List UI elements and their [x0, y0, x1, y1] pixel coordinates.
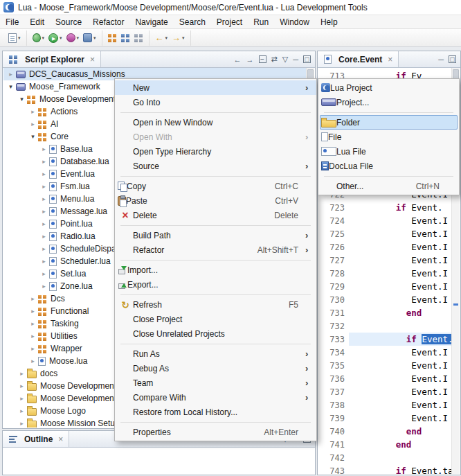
close-icon[interactable]: ×	[58, 434, 63, 444]
code-line-741[interactable]: 741 end	[318, 438, 451, 451]
context-menu-item-source[interactable]: Source›	[115, 159, 316, 173]
expanded-arrow-icon[interactable]: ▾	[17, 96, 26, 103]
code-line-731[interactable]: 731 end	[318, 306, 451, 319]
collapsed-arrow-icon[interactable]: ▸	[17, 407, 26, 414]
external-tools-button[interactable]: ▾	[64, 33, 82, 42]
code-line-742[interactable]: 742	[318, 451, 451, 464]
context-menu-item-copy[interactable]: CopyCtrl+C	[115, 179, 316, 193]
menu-window[interactable]: Window	[274, 16, 315, 28]
collapsed-arrow-icon[interactable]: ▸	[17, 370, 26, 377]
new-lua-file-button[interactable]	[119, 33, 132, 42]
context-menu-item-compare-with[interactable]: Compare With›	[115, 390, 316, 405]
context-menu-item-import[interactable]: Import...	[115, 263, 316, 277]
dropdown-caret-icon[interactable]: ▾	[93, 35, 96, 41]
code-line-734[interactable]: 734 Event.I	[318, 346, 451, 359]
collapsed-arrow-icon[interactable]: ▸	[39, 195, 48, 202]
context-menu-item-go-into[interactable]: Go Into	[115, 95, 316, 109]
menu-navigate[interactable]: Navigate	[129, 16, 173, 28]
code-line-726[interactable]: 726 Event.I	[318, 240, 451, 254]
collapsed-arrow-icon[interactable]: ▸	[28, 333, 37, 340]
code-line-732[interactable]: 732	[318, 319, 451, 333]
menu-search[interactable]: Search	[174, 16, 211, 28]
submenu-item-file[interactable]: File	[320, 130, 458, 144]
context-menu-item-debug-as[interactable]: Debug As›	[115, 361, 316, 376]
collapsed-arrow-icon[interactable]: ▸	[39, 183, 48, 190]
context-menu-item-delete[interactable]: DeleteDelete	[115, 208, 316, 222]
code-line-743[interactable]: 743 if Event.ta	[318, 464, 451, 474]
code-line-737[interactable]: 737 Event.I	[318, 385, 451, 398]
expanded-arrow-icon[interactable]: ▾	[28, 133, 37, 140]
collapsed-arrow-icon[interactable]: ▸	[39, 270, 48, 277]
code-line-738[interactable]: 738 Event.I	[318, 398, 451, 412]
context-menu-item-paste[interactable]: PasteCtrl+V	[115, 193, 316, 208]
collapsed-arrow-icon[interactable]: ▸	[17, 420, 26, 427]
submenu-item-folder[interactable]: Folder	[320, 115, 458, 130]
code-line-735[interactable]: 735 Event.I	[318, 359, 451, 372]
collapsed-arrow-icon[interactable]: ▸	[39, 170, 48, 177]
dropdown-caret-icon[interactable]: ▾	[42, 35, 45, 41]
view-menu-icon[interactable]: ▽	[282, 55, 288, 64]
context-menu-item-restore-from-local-history[interactable]: Restore from Local History...	[115, 405, 316, 419]
new-lua-project-button[interactable]	[106, 33, 119, 42]
collapsed-arrow-icon[interactable]: ▸	[39, 233, 48, 240]
code-line-724[interactable]: 724 Event.I	[318, 214, 451, 227]
back-button[interactable]: ▾	[153, 33, 170, 43]
dropdown-caret-icon[interactable]: ▾	[18, 35, 21, 41]
maximize-icon[interactable]: □	[303, 55, 311, 63]
dropdown-caret-icon[interactable]: ▾	[165, 35, 168, 41]
context-menu-item-close-unrelated-projects[interactable]: Close Unrelated Projects	[115, 326, 316, 341]
back-icon[interactable]: ←	[234, 55, 242, 64]
collapsed-arrow-icon[interactable]: ▸	[6, 71, 15, 78]
context-menu-item-refactor[interactable]: RefactorAlt+Shift+T›	[115, 243, 316, 257]
context-menu-item-run-as[interactable]: Run As›	[115, 346, 316, 361]
minimize-icon[interactable]: ─	[438, 55, 444, 64]
menu-file[interactable]: File	[0, 16, 24, 28]
collapsed-arrow-icon[interactable]: ▸	[28, 345, 37, 352]
collapsed-arrow-icon[interactable]: ▸	[39, 208, 48, 215]
collapsed-arrow-icon[interactable]: ▸	[39, 146, 48, 152]
menu-project[interactable]: Project	[211, 16, 248, 28]
context-menu-item-properties[interactable]: PropertiesAlt+Enter	[115, 425, 316, 439]
code-line-730[interactable]: 730 Event.I	[318, 293, 451, 306]
maximize-icon[interactable]: □	[449, 55, 456, 63]
forward-button[interactable]: ▾	[170, 33, 187, 43]
collapsed-arrow-icon[interactable]: ▸	[28, 121, 37, 127]
collapsed-arrow-icon[interactable]: ▸	[17, 382, 26, 389]
dropdown-caret-icon[interactable]: ▾	[60, 35, 62, 41]
collapsed-arrow-icon[interactable]: ▸	[17, 395, 26, 402]
new-wizard-button[interactable]: ▾	[6, 33, 23, 43]
context-menu-item-new[interactable]: New›	[115, 80, 316, 95]
code-line-733[interactable]: 733 if Event.	[318, 333, 451, 346]
dropdown-caret-icon[interactable]: ▾	[77, 35, 80, 41]
expanded-arrow-icon[interactable]: ▾	[6, 83, 15, 90]
collapsed-arrow-icon[interactable]: ▸	[28, 358, 37, 364]
link-with-editor-icon[interactable]: ⇄	[271, 55, 278, 64]
context-menu-item-team[interactable]: Team›	[115, 376, 316, 390]
minimize-icon[interactable]: ─	[293, 55, 298, 64]
menu-source[interactable]: Source	[50, 16, 87, 28]
code-line-740[interactable]: 740 end	[318, 425, 451, 438]
forward-icon[interactable]: →	[246, 55, 254, 64]
context-menu-item-build-path[interactable]: Build Path›	[115, 228, 316, 243]
context-menu-item-open-in-new-window[interactable]: Open in New Window	[115, 115, 316, 130]
submenu-item-project[interactable]: Project...	[320, 95, 458, 109]
code-line-739[interactable]: 739 Event.I	[318, 412, 451, 425]
collapsed-arrow-icon[interactable]: ▸	[39, 258, 48, 265]
collapsed-arrow-icon[interactable]: ▸	[39, 245, 48, 252]
dropdown-caret-icon[interactable]: ▾	[182, 35, 185, 41]
menu-run[interactable]: Run	[248, 16, 274, 28]
context-menu-item-open-type-hierarchy[interactable]: Open Type Hierarchy	[115, 144, 316, 159]
tab-outline[interactable]: Outline ×	[3, 431, 69, 447]
context-menu-item-refresh[interactable]: RefreshF5	[115, 297, 316, 312]
collapsed-arrow-icon[interactable]: ▸	[28, 295, 37, 302]
menu-help[interactable]: Help	[315, 16, 343, 28]
submenu-item-doclua-file[interactable]: DocLua File	[320, 159, 458, 173]
tab-core-event[interactable]: Core.Event ×	[318, 51, 399, 67]
menu-refactor[interactable]: Refactor	[87, 16, 129, 28]
code-line-723[interactable]: 723 if Event.	[318, 201, 451, 214]
code-line-725[interactable]: 725 Event.I	[318, 227, 451, 240]
code-line-729[interactable]: 729 Event.I	[318, 280, 451, 293]
search-button[interactable]: ▾	[81, 33, 98, 42]
code-line-736[interactable]: 736 Event.I	[318, 372, 451, 385]
collapsed-arrow-icon[interactable]: ▸	[28, 308, 37, 315]
